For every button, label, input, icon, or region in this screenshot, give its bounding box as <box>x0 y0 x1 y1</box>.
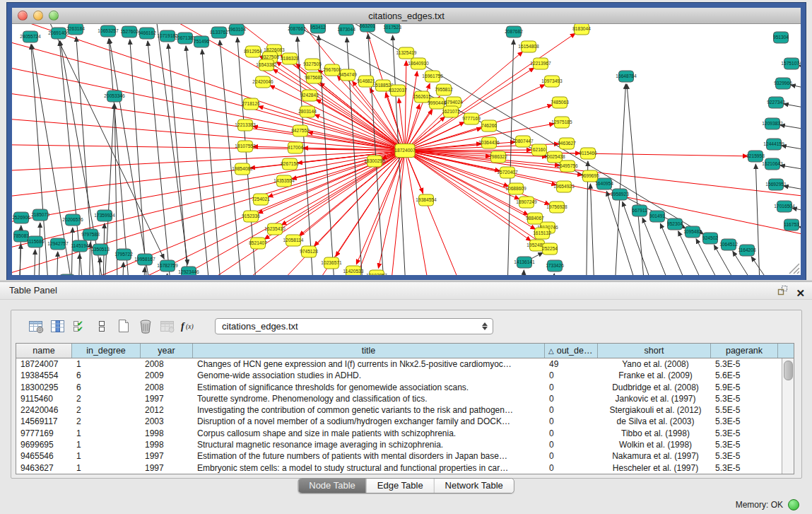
graph-node-10807447[interactable]: 10807447 <box>512 136 534 147</box>
cell-name[interactable]: 14569117 <box>16 416 72 427</box>
graph-node-8267150[interactable]: 8267150 <box>281 158 299 170</box>
graph-node-19756928[interactable]: 19756928 <box>546 201 567 213</box>
cell-pagerank[interactable]: 5.5E-5 <box>711 404 778 416</box>
graph-node-7485063[interactable]: 7485063 <box>551 97 569 108</box>
cell-name[interactable]: 9115460 <box>16 393 72 404</box>
cell-in_degree[interactable]: 2 <box>72 404 141 416</box>
cell-name[interactable]: 9777169 <box>16 428 72 439</box>
graph-node-14353554[interactable]: 14353554 <box>273 175 295 187</box>
graph-node-22420046[interactable]: 22420046 <box>252 76 273 88</box>
cell-title[interactable]: Estimation of the future numbers of pati… <box>193 450 545 462</box>
scrollbar-thumb[interactable] <box>784 361 793 380</box>
graph-node-9463627[interactable]: 9463627 <box>558 138 576 149</box>
cell-pagerank[interactable]: 5.3E-5 <box>711 358 778 370</box>
graph-node-20364436[interactable]: 20364436 <box>478 137 500 148</box>
graph-node-9699695[interactable]: 9699695 <box>581 170 599 182</box>
cell-out_de[interactable]: 49 <box>545 358 598 370</box>
cell-pagerank[interactable]: 5.3E-5 <box>711 416 778 427</box>
graph-node-7986322[interactable]: 7986322 <box>489 151 507 163</box>
column-header-out_de[interactable]: △out_de… <box>545 344 598 358</box>
graph-node-18107552[interactable]: 18107552 <box>235 141 256 152</box>
cell-pagerank[interactable]: 5.3E-5 <box>711 393 778 404</box>
graph-node-9990448[interactable]: 9990448 <box>428 98 446 109</box>
cell-title[interactable]: Genome-wide association studies in ADHD. <box>193 370 545 381</box>
graph-node-751496[interactable]: 751496 <box>194 36 209 47</box>
graph-node-2087682[interactable]: 2087682 <box>505 26 523 37</box>
column-header-name[interactable]: name <box>16 344 72 358</box>
cell-title[interactable]: Embryonic stem cells: a model to study s… <box>193 462 545 474</box>
cell-out_de[interactable]: 0 <box>545 450 598 462</box>
graph-node-12213383[interactable]: 12213383 <box>235 119 256 131</box>
graph-node-12942757[interactable]: 12942757 <box>47 238 69 250</box>
cell-short[interactable]: Nakamura et al. (1997) <box>598 450 711 462</box>
cell-out_de[interactable]: 0 <box>545 416 598 427</box>
network-canvas[interactable]: 2405572420691406226318410653257152760294… <box>12 24 801 275</box>
graph-node-18640910[interactable]: 18640910 <box>408 58 429 69</box>
graph-node-16154808[interactable]: 16154808 <box>518 41 539 52</box>
graph-node-12975185[interactable]: 12975185 <box>551 117 572 128</box>
cell-year[interactable]: 1998 <box>141 439 193 450</box>
cell-title[interactable]: Investigating the contribution of common… <box>193 404 545 416</box>
graph-node-953412[interactable]: 953412 <box>310 24 326 33</box>
cell-pagerank[interactable]: 5.3E-5 <box>711 439 778 450</box>
graph-node-1115686[interactable]: 1115686 <box>27 236 45 247</box>
graph-node-417004[interactable]: 417004 <box>288 142 303 153</box>
cell-out_de[interactable]: 0 <box>545 370 598 381</box>
graph-node-8912954[interactable]: 8912954 <box>244 46 262 57</box>
cell-in_degree[interactable]: 6 <box>72 382 141 393</box>
graph-node-9329966[interactable]: 9329966 <box>774 78 792 89</box>
float-panel-icon[interactable] <box>777 284 789 302</box>
table-row[interactable]: 1830029562008Estimation of significance … <box>16 382 782 393</box>
graph-node-2185073[interactable]: 2185073 <box>31 209 49 221</box>
cell-year[interactable]: 2003 <box>141 416 193 427</box>
trash-icon[interactable] <box>136 317 155 334</box>
tab-node-table[interactable]: Node Table <box>298 479 366 493</box>
graph-node-12058114[interactable]: 12058114 <box>283 235 304 246</box>
table-row[interactable]: 946554611997Estimation of the future num… <box>16 450 782 462</box>
show-columns-icon[interactable] <box>49 317 67 334</box>
table-row[interactable]: 1456911722003Disruption of a novel membe… <box>16 416 782 427</box>
cell-name[interactable]: 9463627 <box>16 462 72 474</box>
cell-title[interactable]: Structural magnetic resonance image aver… <box>193 439 545 450</box>
graph-node-9745128[interactable]: 9745128 <box>300 246 318 257</box>
cell-pagerank[interactable]: 5.9E-5 <box>711 382 778 393</box>
graph-node-2526906[interactable]: 2526906 <box>12 212 30 223</box>
cell-in_degree[interactable]: 1 <box>72 462 141 474</box>
graph-node-1164208[interactable]: 1164208 <box>738 245 756 256</box>
graph-node-1795722[interactable]: 1795722 <box>114 249 133 260</box>
cell-out_de[interactable]: 0 <box>545 439 598 450</box>
column-header-pagerank[interactable]: pagerank <box>711 344 778 358</box>
graph-node-15751074[interactable]: 15751074 <box>781 58 801 69</box>
cell-short[interactable]: de Silva et al. (2003) <box>598 416 711 427</box>
graph-node-24055724[interactable]: 24055724 <box>20 31 41 42</box>
table-row[interactable]: 977716911998Corpus callosum shape and si… <box>16 428 782 439</box>
graph-node-17359924[interactable]: 17359924 <box>94 210 115 221</box>
cell-name[interactable]: 9699695 <box>16 439 72 450</box>
table-mode-icon[interactable] <box>27 317 45 334</box>
column-header-year[interactable]: year <box>141 344 193 358</box>
graph-node-9242843[interactable]: 9242843 <box>300 90 319 101</box>
table-row[interactable]: 2242004622012Investigating the contribut… <box>16 404 782 416</box>
cell-out_de[interactable]: 0 <box>545 393 598 404</box>
cell-year[interactable]: 1997 <box>141 450 193 462</box>
cell-title[interactable]: Estimation of significance thresholds fo… <box>193 382 545 393</box>
graph-node-2718126[interactable]: 2718126 <box>242 98 260 110</box>
cell-pagerank[interactable]: 5.3E-5 <box>711 428 778 439</box>
graph-node-952304[interactable]: 952304 <box>667 218 683 230</box>
graph-node-19854082[interactable]: 19854082 <box>232 163 253 175</box>
graph-node-18907249[interactable]: 18907249 <box>516 197 537 208</box>
cell-year[interactable]: 2012 <box>141 404 193 416</box>
cell-year[interactable]: 2008 <box>141 358 193 370</box>
graph-node-1640954[interactable]: 1640954 <box>595 178 613 189</box>
graph-node-8322037[interactable]: 8322037 <box>389 85 407 96</box>
graph-node-924502[interactable]: 924502 <box>702 233 718 244</box>
cell-pagerank[interactable]: 5.3E-5 <box>711 450 778 462</box>
graph-node-14136141[interactable]: 14136141 <box>514 257 535 268</box>
graph-node-10653257[interactable]: 10653257 <box>98 25 119 37</box>
cell-name[interactable]: 18724007 <box>16 358 72 370</box>
cell-name[interactable]: 22420046 <box>16 404 72 416</box>
graph-node-1621072[interactable]: 1621072 <box>442 106 460 117</box>
tab-network-table[interactable]: Network Table <box>434 479 514 493</box>
cell-in_degree[interactable]: 1 <box>72 358 141 370</box>
column-header-short[interactable]: short <box>598 344 711 358</box>
